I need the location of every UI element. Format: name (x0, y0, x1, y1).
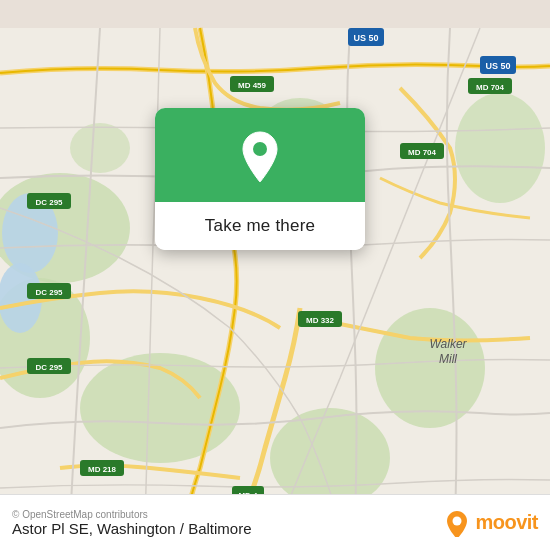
svg-text:DC 295: DC 295 (35, 198, 63, 207)
svg-text:Walker: Walker (429, 337, 467, 351)
svg-text:Mill: Mill (439, 352, 457, 366)
moovit-brand-text: moovit (475, 511, 538, 534)
svg-text:MD 218: MD 218 (88, 465, 117, 474)
svg-point-8 (70, 123, 130, 173)
take-me-there-button[interactable]: Take me there (155, 202, 365, 250)
svg-text:MD 332: MD 332 (306, 316, 335, 325)
moovit-logo: moovit (443, 509, 538, 537)
svg-text:US 50: US 50 (353, 33, 378, 43)
map-background: US 50 US 50 DC 295 DC 295 DC 295 MD 459 … (0, 0, 550, 550)
svg-point-36 (453, 516, 462, 525)
svg-text:DC 295: DC 295 (35, 363, 63, 372)
location-pin-icon (238, 130, 282, 184)
popup-green-area (155, 108, 365, 202)
svg-point-35 (253, 142, 267, 156)
svg-text:DC 295: DC 295 (35, 288, 63, 297)
svg-point-6 (455, 93, 545, 203)
bottom-left: © OpenStreetMap contributors Astor Pl SE… (12, 509, 252, 537)
svg-text:MD 704: MD 704 (408, 148, 437, 157)
svg-text:MD 704: MD 704 (476, 83, 505, 92)
moovit-pin-icon (443, 509, 471, 537)
location-label: Astor Pl SE, Washington / Baltimore (12, 520, 252, 537)
osm-attribution: © OpenStreetMap contributors (12, 509, 252, 520)
popup-card: Take me there (155, 108, 365, 250)
svg-text:US 50: US 50 (485, 61, 510, 71)
svg-text:MD 459: MD 459 (238, 81, 267, 90)
bottom-bar: © OpenStreetMap contributors Astor Pl SE… (0, 494, 550, 550)
svg-point-5 (375, 308, 485, 428)
map-container: US 50 US 50 DC 295 DC 295 DC 295 MD 459 … (0, 0, 550, 550)
